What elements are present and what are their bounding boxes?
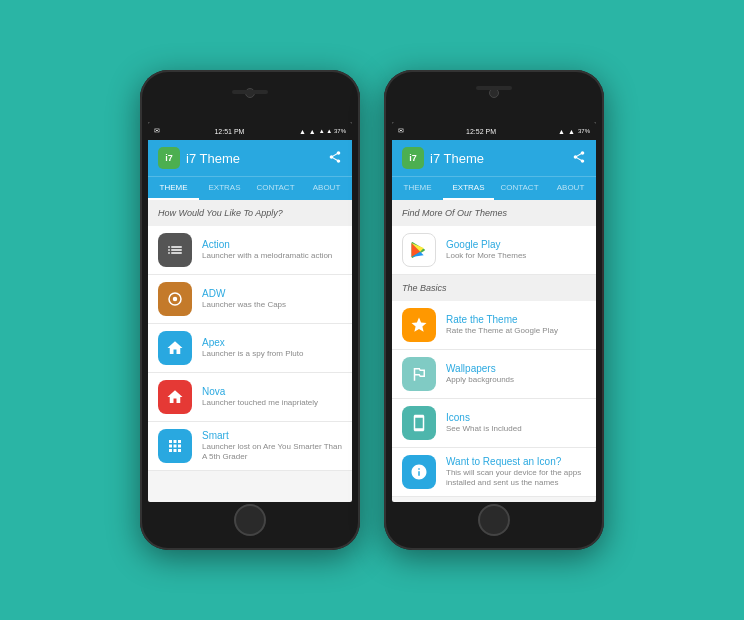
action-text: Action Launcher with a melodramatic acti…	[202, 239, 342, 261]
status-left-2: ✉	[398, 127, 404, 135]
google-play-icon	[402, 233, 436, 267]
nova-icon	[158, 380, 192, 414]
list-item-nova[interactable]: Nova Launcher touched me inapriately	[148, 373, 352, 422]
nova-title: Nova	[202, 386, 342, 397]
list-item-request[interactable]: Want to Request an Icon? This will scan …	[392, 448, 596, 497]
icons-icon	[402, 406, 436, 440]
rate-text: Rate the Theme Rate the Theme at Google …	[446, 314, 586, 336]
smart-subtitle: Launcher lost on Are You Smarter Than A …	[202, 442, 342, 463]
share-icon-1[interactable]	[328, 150, 342, 167]
adw-subtitle: Launcher was the Caps	[202, 300, 342, 310]
battery-text-1: ▲ ▲ 37%	[319, 128, 346, 134]
adw-icon	[158, 282, 192, 316]
content-1: How Would You Like To Apply? Action Laun…	[148, 200, 352, 471]
google-play-title: Google Play	[446, 239, 586, 250]
phone-speaker-1	[232, 90, 268, 94]
tab-contact-1[interactable]: CONTACT	[250, 177, 301, 200]
apex-text: Apex Launcher is a spy from Pluto	[202, 337, 342, 359]
request-title: Want to Request an Icon?	[446, 456, 586, 467]
status-bar-1: ✉ 12:51 PM ▲ ▲ ▲ ▲ 37%	[148, 122, 352, 140]
notification-icon-1: ✉	[154, 127, 160, 135]
smart-text: Smart Launcher lost on Are You Smarter T…	[202, 430, 342, 463]
adw-title: ADW	[202, 288, 342, 299]
smart-icon	[158, 429, 192, 463]
smart-title: Smart	[202, 430, 342, 441]
status-icons-2: ▲ ▲ 37%	[558, 128, 590, 135]
share-icon-2[interactable]	[572, 150, 586, 167]
app-header-2: i7 i7 Theme	[392, 140, 596, 176]
extras-content: Find More Of Our Themes Google Play Look…	[392, 200, 596, 497]
action-subtitle: Launcher with a melodramatic action	[202, 251, 342, 261]
tab-extras-2[interactable]: EXTRAS	[443, 177, 494, 200]
app-header-left-1: i7 i7 Theme	[158, 147, 240, 169]
nova-subtitle: Launcher touched me inapriately	[202, 398, 342, 408]
phone-1: ✉ 12:51 PM ▲ ▲ ▲ ▲ 37% i7 i7 Theme	[140, 70, 360, 550]
list-item-apex[interactable]: Apex Launcher is a spy from Pluto	[148, 324, 352, 373]
app-icon-1: i7	[158, 147, 180, 169]
list-item-action[interactable]: Action Launcher with a melodramatic acti…	[148, 226, 352, 275]
phone-screen-2: ✉ 12:52 PM ▲ ▲ 37% i7 i7 Theme THEME	[392, 122, 596, 502]
apex-title: Apex	[202, 337, 342, 348]
request-subtitle: This will scan your device for the apps …	[446, 468, 586, 489]
rate-icon	[402, 308, 436, 342]
tab-theme-2[interactable]: THEME	[392, 177, 443, 200]
notification-icon-2: ✉	[398, 127, 404, 135]
list-item-google-play[interactable]: Google Play Look for More Themes	[392, 226, 596, 275]
rate-subtitle: Rate the Theme at Google Play	[446, 326, 586, 336]
app-header-1: i7 i7 Theme	[148, 140, 352, 176]
apex-icon	[158, 331, 192, 365]
nova-text: Nova Launcher touched me inapriately	[202, 386, 342, 408]
icons-text: Icons See What is Included	[446, 412, 586, 434]
status-time-1: 12:51 PM	[214, 128, 244, 135]
phone-screen-1: ✉ 12:51 PM ▲ ▲ ▲ ▲ 37% i7 i7 Theme	[148, 122, 352, 502]
wallpapers-subtitle: Apply backgrounds	[446, 375, 586, 385]
section-title-1: How Would You Like To Apply?	[148, 200, 352, 226]
app-title-2: i7 Theme	[430, 151, 484, 166]
svg-point-1	[173, 297, 178, 302]
wifi-icon-2: ▲	[568, 128, 575, 135]
section-find-more: Find More Of Our Themes	[392, 200, 596, 226]
tabs-2: THEME EXTRAS CONTACT ABOUT	[392, 176, 596, 200]
adw-text: ADW Launcher was the Caps	[202, 288, 342, 310]
phone-home-1	[234, 504, 266, 536]
tab-contact-2[interactable]: CONTACT	[494, 177, 545, 200]
google-play-text: Google Play Look for More Themes	[446, 239, 586, 261]
status-left-1: ✉	[154, 127, 160, 135]
app-header-left-2: i7 i7 Theme	[402, 147, 484, 169]
apex-subtitle: Launcher is a spy from Pluto	[202, 349, 342, 359]
status-icons-1: ▲ ▲ ▲ ▲ 37%	[299, 128, 346, 135]
wallpapers-icon	[402, 357, 436, 391]
action-icon	[158, 233, 192, 267]
status-bar-2: ✉ 12:52 PM ▲ ▲ 37%	[392, 122, 596, 140]
action-title: Action	[202, 239, 342, 250]
request-icon	[402, 455, 436, 489]
section-basics: The Basics	[392, 275, 596, 301]
status-time-2: 12:52 PM	[466, 128, 496, 135]
icons-title: Icons	[446, 412, 586, 423]
phone-2: ✉ 12:52 PM ▲ ▲ 37% i7 i7 Theme THEME	[384, 70, 604, 550]
tabs-1: THEME EXTRAS CONTACT ABOUT	[148, 176, 352, 200]
list-item-icons[interactable]: Icons See What is Included	[392, 399, 596, 448]
tab-about-2[interactable]: ABOUT	[545, 177, 596, 200]
google-play-subtitle: Look for More Themes	[446, 251, 586, 261]
tab-extras-1[interactable]: EXTRAS	[199, 177, 250, 200]
wifi-icon-1: ▲	[309, 128, 316, 135]
request-text: Want to Request an Icon? This will scan …	[446, 456, 586, 489]
app-title-1: i7 Theme	[186, 151, 240, 166]
wallpapers-text: Wallpapers Apply backgrounds	[446, 363, 586, 385]
list-item-rate[interactable]: Rate the Theme Rate the Theme at Google …	[392, 301, 596, 350]
wallpapers-title: Wallpapers	[446, 363, 586, 374]
phone-home-2	[478, 504, 510, 536]
signal-icon-2: ▲	[558, 128, 565, 135]
tab-about-1[interactable]: ABOUT	[301, 177, 352, 200]
list-item-adw[interactable]: ADW Launcher was the Caps	[148, 275, 352, 324]
phone-speaker-2	[476, 86, 512, 90]
app-icon-2: i7	[402, 147, 424, 169]
icons-subtitle: See What is Included	[446, 424, 586, 434]
list-item-smart[interactable]: Smart Launcher lost on Are You Smarter T…	[148, 422, 352, 471]
list-item-wallpapers[interactable]: Wallpapers Apply backgrounds	[392, 350, 596, 399]
tab-theme-1[interactable]: THEME	[148, 177, 199, 200]
signal-icon-1: ▲	[299, 128, 306, 135]
battery-text-2: 37%	[578, 128, 590, 134]
rate-title: Rate the Theme	[446, 314, 586, 325]
